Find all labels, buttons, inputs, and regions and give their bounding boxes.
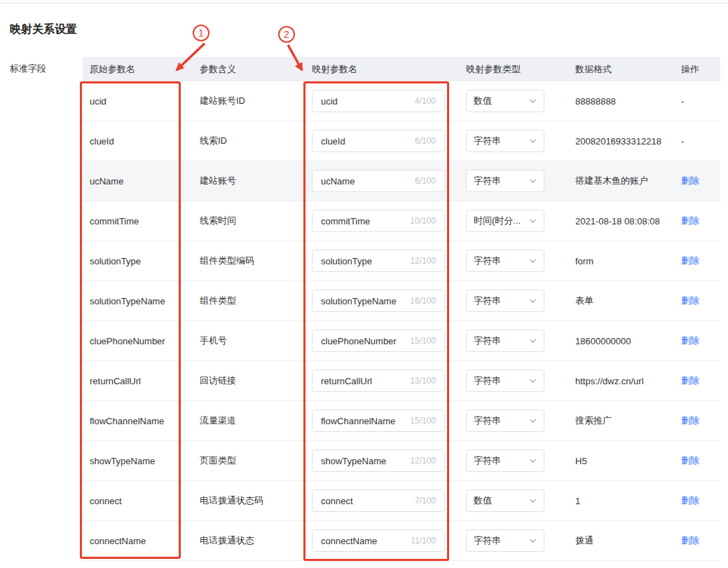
type-select[interactable]: 字符串 bbox=[466, 290, 544, 312]
action-cell: 删除 bbox=[674, 494, 720, 507]
chevron-down-icon bbox=[529, 137, 537, 145]
chevron-down-icon bbox=[529, 97, 537, 105]
action-cell: 删除 bbox=[674, 175, 720, 187]
delete-link[interactable]: 删除 bbox=[681, 255, 699, 266]
mapped-name-input[interactable]: cluePhoneNumber 15/100 bbox=[312, 330, 445, 352]
delete-link[interactable]: 删除 bbox=[681, 335, 699, 346]
mapped-type-cell: 字符串 bbox=[459, 330, 568, 352]
mapped-param-cell: flowChannelName 15/100 bbox=[305, 410, 459, 432]
action-cell: 删除 bbox=[674, 374, 720, 387]
type-select-value: 字符串 bbox=[474, 255, 501, 267]
type-select[interactable]: 字符串 bbox=[466, 170, 544, 192]
mapped-name-input[interactable]: connect 7/100 bbox=[312, 489, 445, 512]
chevron-down-icon bbox=[529, 457, 537, 465]
mapped-name-input[interactable]: flowChannelName 15/100 bbox=[312, 410, 445, 432]
original-param-name: ucName bbox=[83, 176, 193, 187]
mapped-name-input[interactable]: connectName 11/100 bbox=[312, 529, 445, 552]
delete-link[interactable]: 删除 bbox=[681, 455, 699, 466]
mapped-param-cell: solutionTypeName 16/100 bbox=[305, 290, 459, 312]
original-param-name: returnCallUrl bbox=[83, 376, 193, 386]
char-counter: 15/100 bbox=[410, 416, 436, 426]
table-row: connect 电话拨通状态码 connect 7/100 数值 1 删除 bbox=[83, 481, 720, 521]
type-select[interactable]: 字符串 bbox=[466, 449, 544, 472]
mapped-type-cell: 字符串 bbox=[459, 449, 568, 472]
original-param-name: connect bbox=[83, 496, 193, 506]
table-row: solutionType 组件类型编码 solutionType 12/100 … bbox=[83, 241, 720, 281]
type-select[interactable]: 字符串 bbox=[466, 529, 544, 552]
chevron-down-icon bbox=[529, 177, 537, 185]
table-row: clueId 线索ID clueId 6/100 字符串 20082016933… bbox=[83, 121, 720, 161]
header-data-format: 数据格式 bbox=[568, 63, 674, 76]
type-select[interactable]: 字符串 bbox=[466, 330, 544, 352]
delete-link[interactable]: 删除 bbox=[681, 175, 699, 186]
action-cell: 删除 bbox=[674, 295, 720, 307]
delete-link[interactable]: 删除 bbox=[681, 535, 699, 546]
mapped-name-value: ucName bbox=[321, 176, 355, 187]
char-counter: 6/100 bbox=[415, 176, 436, 186]
data-format-value: 表单 bbox=[568, 295, 674, 307]
table-row: commitTime 线索时间 commitTime 10/100 时间(时分.… bbox=[83, 201, 720, 241]
header-original-param: 原始参数名 bbox=[83, 63, 193, 76]
mapped-name-input[interactable]: solutionType 12/100 bbox=[312, 250, 445, 272]
delete-link[interactable]: 删除 bbox=[681, 215, 699, 226]
delete-link[interactable]: 删除 bbox=[681, 495, 699, 506]
action-cell: 删除 bbox=[674, 454, 720, 467]
type-select-value: 字符串 bbox=[474, 135, 501, 147]
mapped-param-cell: solutionType 12/100 bbox=[305, 250, 459, 272]
mapped-name-input[interactable]: solutionTypeName 16/100 bbox=[312, 290, 445, 312]
delete-link[interactable]: 删除 bbox=[681, 375, 699, 386]
top-divider bbox=[0, 3, 728, 4]
mapped-type-cell: 字符串 bbox=[459, 370, 568, 392]
param-meaning: 电话拨通状态码 bbox=[193, 494, 305, 507]
original-param-name: solutionType bbox=[83, 256, 193, 266]
type-select[interactable]: 字符串 bbox=[466, 370, 544, 392]
original-param-name: connectName bbox=[83, 536, 193, 546]
type-select[interactable]: 数值 bbox=[466, 489, 544, 512]
char-counter: 11/100 bbox=[411, 536, 436, 546]
param-meaning: 建站账号 bbox=[193, 175, 305, 187]
type-select-value: 数值 bbox=[474, 494, 492, 507]
original-param-name: flowChannelName bbox=[83, 416, 193, 426]
table-row: returnCallUrl 回访链接 returnCallUrl 13/100 … bbox=[83, 361, 720, 401]
data-format-value: H5 bbox=[568, 456, 674, 466]
header-mapped-type: 映射参数类型 bbox=[459, 63, 568, 76]
param-meaning: 组件类型编码 bbox=[193, 255, 305, 267]
type-select[interactable]: 时间(时分... bbox=[466, 210, 544, 232]
mapped-name-input[interactable]: clueId 6/100 bbox=[312, 130, 445, 152]
header-mapped-param: 映射参数名 bbox=[305, 63, 459, 76]
table-header-row: 原始参数名 参数含义 映射参数名 映射参数类型 数据格式 操作 bbox=[83, 57, 720, 81]
mapped-name-input[interactable]: showTypeName 12/100 bbox=[312, 449, 445, 472]
mapped-name-input[interactable]: ucid 4/100 bbox=[312, 90, 445, 112]
type-select[interactable]: 字符串 bbox=[466, 130, 544, 152]
type-select[interactable]: 字符串 bbox=[466, 410, 544, 432]
mapped-type-cell: 字符串 bbox=[459, 410, 568, 432]
mapped-name-input[interactable]: returnCallUrl 13/100 bbox=[312, 370, 445, 392]
data-format-value: form bbox=[568, 256, 674, 266]
mapped-param-cell: commitTime 10/100 bbox=[305, 210, 459, 232]
mapped-name-input[interactable]: commitTime 10/100 bbox=[312, 210, 445, 232]
delete-link[interactable]: 删除 bbox=[681, 295, 699, 306]
mapped-name-input[interactable]: ucName 6/100 bbox=[312, 170, 445, 192]
param-meaning: 回访链接 bbox=[193, 374, 305, 387]
table-row: showTypeName 页面类型 showTypeName 12/100 字符… bbox=[83, 441, 720, 481]
mapped-type-cell: 字符串 bbox=[459, 130, 568, 152]
original-param-name: commitTime bbox=[83, 216, 193, 226]
mapped-param-cell: ucName 6/100 bbox=[305, 170, 459, 192]
mapped-type-cell: 字符串 bbox=[459, 170, 568, 192]
char-counter: 7/100 bbox=[415, 496, 436, 506]
data-format-value: 1 bbox=[568, 496, 674, 506]
action-cell: - bbox=[674, 96, 720, 107]
mapped-name-value: ucid bbox=[321, 96, 338, 107]
mapped-type-cell: 数值 bbox=[459, 489, 568, 512]
delete-link[interactable]: 删除 bbox=[681, 415, 699, 426]
mapped-name-value: clueId bbox=[321, 136, 345, 147]
type-select[interactable]: 数值 bbox=[466, 90, 544, 112]
param-meaning: 建站账号ID bbox=[193, 95, 305, 107]
char-counter: 10/100 bbox=[410, 216, 436, 226]
mapped-type-cell: 字符串 bbox=[459, 529, 568, 552]
type-select[interactable]: 字符串 bbox=[466, 250, 544, 272]
data-format-value: 2021-08-18 08:08:08 bbox=[568, 216, 674, 226]
chevron-down-icon bbox=[529, 417, 537, 425]
char-counter: 15/100 bbox=[410, 336, 436, 346]
mapped-param-cell: returnCallUrl 13/100 bbox=[305, 370, 459, 392]
